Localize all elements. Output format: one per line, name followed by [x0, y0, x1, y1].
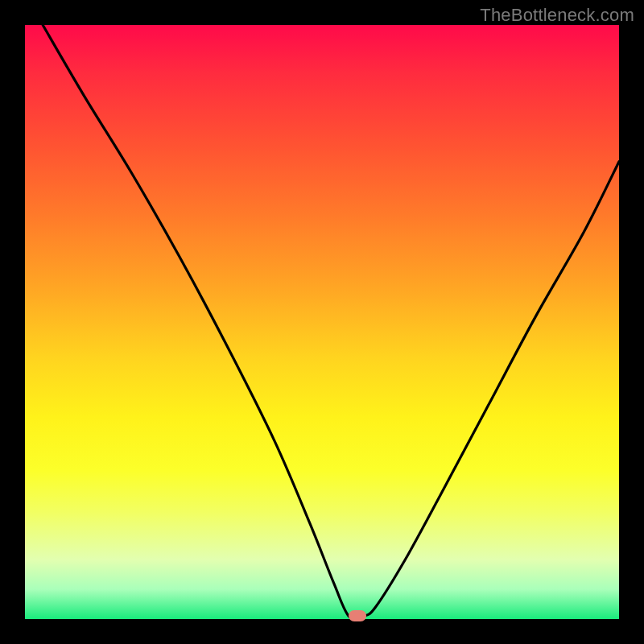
watermark-text: TheBottleneck.com — [480, 5, 634, 26]
bottleneck-curve — [43, 25, 619, 619]
curve-layer — [25, 25, 619, 619]
chart-container: TheBottleneck.com — [0, 0, 644, 644]
optimal-point-marker — [349, 610, 366, 621]
